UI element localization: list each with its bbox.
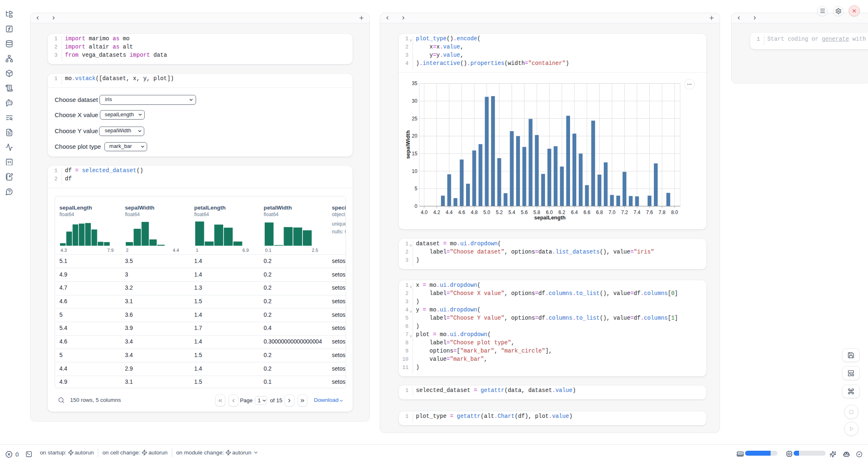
svg-text:4.6: 4.6 [458,210,465,215]
svg-text:6.6: 6.6 [584,210,591,215]
svg-text:5.2: 5.2 [496,210,503,215]
svg-text:15: 15 [412,151,418,157]
svg-text:10: 10 [412,168,418,174]
svg-text:8.0: 8.0 [671,210,678,215]
svg-text:4.0: 4.0 [421,210,428,215]
svg-text:25: 25 [412,115,418,121]
svg-text:7.0: 7.0 [609,210,616,215]
svg-text:5.0: 5.0 [483,210,490,215]
svg-text:4.8: 4.8 [471,210,478,215]
svg-text:7.2: 7.2 [621,210,628,215]
svg-text:7.8: 7.8 [659,210,666,215]
svg-text:7.4: 7.4 [634,210,641,215]
svg-text:4.4: 4.4 [446,210,453,215]
svg-text:7.6: 7.6 [646,210,653,215]
svg-text:5.4: 5.4 [508,210,515,215]
svg-text:35: 35 [412,81,418,86]
svg-text:4.2: 4.2 [433,210,440,215]
svg-text:sepalLength: sepalLength [534,214,566,221]
svg-text:6.8: 6.8 [596,210,603,215]
svg-text:5.6: 5.6 [521,210,528,215]
svg-text:20: 20 [412,133,418,139]
svg-text:5: 5 [415,186,418,191]
svg-text:30: 30 [412,98,418,104]
svg-text:6.4: 6.4 [571,210,578,215]
svg-text:0: 0 [415,203,418,209]
svg-text:sepalWidth: sepalWidth [405,130,411,159]
